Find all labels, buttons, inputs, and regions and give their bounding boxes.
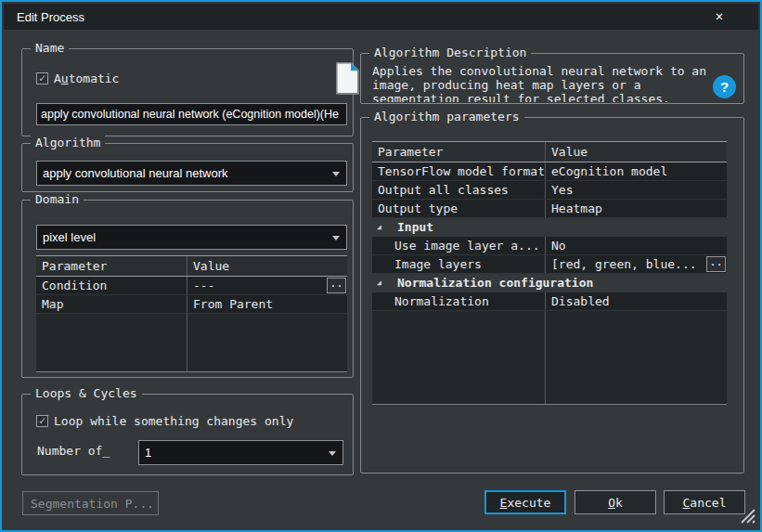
parameter-value-text: eCognition model: [551, 164, 667, 178]
edit-process-dialog: Edit Process ✕ Name ✓ Automatic Algorith…: [0, 0, 762, 532]
chevron-down-icon[interactable]: [332, 172, 340, 176]
algorithm-group-label: Algorithm: [31, 136, 105, 149]
domain-selected-value: pixel level: [43, 230, 96, 244]
loops-cycles-group: Loops & Cycles ✓ Loop while something ch…: [21, 394, 354, 475]
number-of-label: Number of_: [37, 444, 110, 458]
checkbox-check-icon[interactable]: ✓: [36, 72, 48, 84]
number-of-select[interactable]: 1: [138, 440, 343, 465]
table-empty-area: [372, 311, 727, 404]
description-group-label: Algorithm Description: [369, 45, 531, 59]
table-header-row: ParameterValue: [36, 255, 347, 277]
ellipsis-button[interactable]: ..: [327, 278, 346, 293]
algorithm-description-group: Algorithm Description Applies the convol…: [360, 53, 744, 104]
table-row[interactable]: Use image layer a...No: [372, 237, 727, 255]
parameter-name-cell[interactable]: Condition: [36, 277, 187, 294]
column-header[interactable]: Value: [546, 142, 727, 162]
domain-group: Domain pixel level ParameterValueConditi…: [21, 200, 354, 378]
chevron-down-icon[interactable]: [332, 236, 340, 240]
parameter-name-cell[interactable]: Map: [36, 295, 187, 313]
parameter-value-text: From Parent: [193, 297, 273, 311]
number-of-value: 1: [145, 446, 151, 460]
new-document-icon[interactable]: [334, 61, 361, 99]
empty-cell: [546, 311, 727, 404]
table-row[interactable]: MapFrom Parent: [36, 295, 347, 314]
loops-group-label: Loops & Cycles: [31, 386, 142, 400]
help-button[interactable]: ?: [713, 75, 736, 98]
loop-while-label: Loop while something changes only: [54, 414, 293, 428]
cancel-label: Cancel: [683, 496, 727, 510]
name-group: Name ✓ Automatic: [21, 48, 354, 136]
column-header[interactable]: Parameter: [372, 142, 546, 162]
parameter-value-cell[interactable]: Yes: [546, 181, 727, 199]
domain-parameters-table: ParameterValueCondition---..MapFrom Pare…: [36, 255, 347, 372]
segmentation-process-button[interactable]: Segmentation P...: [22, 491, 159, 515]
parameter-value-text: ---: [193, 279, 214, 292]
parameter-name-cell[interactable]: Output type: [372, 200, 546, 217]
close-button[interactable]: ✕: [704, 5, 734, 26]
parameter-name-cell[interactable]: TensorFlow model format: [372, 162, 546, 180]
domain-group-label: Domain: [31, 192, 84, 206]
algorithm-description-text: Applies the convolutional neural network…: [372, 64, 717, 102]
table-row[interactable]: Condition---..: [36, 277, 347, 295]
parameter-value-text: Disabled: [551, 294, 610, 308]
table-header-row: ParameterValue: [372, 141, 727, 162]
help-icon: ?: [720, 79, 729, 95]
table-row[interactable]: ◢Input: [372, 218, 727, 237]
table-row[interactable]: NormalizationDisabled: [372, 292, 727, 311]
algorithm-select[interactable]: apply convolutional neural network: [36, 161, 347, 186]
loop-while-checkbox[interactable]: ✓ Loop while something changes only: [36, 414, 293, 428]
table-empty-area: [36, 314, 347, 371]
algorithm-group: Algorithm apply convolutional neural net…: [21, 143, 354, 192]
automatic-label: Automatic: [54, 71, 119, 85]
domain-select[interactable]: pixel level: [36, 225, 347, 250]
process-name-input[interactable]: [36, 103, 347, 125]
chevron-down-icon[interactable]: [329, 451, 336, 456]
parameter-value-cell[interactable]: Disabled: [546, 292, 727, 310]
parameter-name-cell[interactable]: Normalization: [372, 292, 546, 310]
column-header[interactable]: Parameter: [36, 256, 187, 276]
parameter-name-cell[interactable]: Image layers: [372, 255, 546, 273]
parameter-value-cell[interactable]: ---..: [187, 277, 347, 294]
parameter-value-text: Heatmap: [551, 201, 602, 215]
parameter-value-cell[interactable]: No: [546, 237, 727, 254]
segmentation-process-label: Segmentation P...: [31, 497, 154, 511]
titlebar[interactable]: Edit Process: [4, 4, 758, 30]
algorithm-selected-value: apply convolutional neural network: [43, 166, 227, 180]
close-icon: ✕: [716, 8, 723, 23]
ok-label: Ok: [608, 496, 623, 510]
parameter-value-cell[interactable]: eCognition model: [546, 162, 727, 180]
automatic-checkbox[interactable]: ✓ Automatic: [36, 71, 119, 85]
parameter-value-cell[interactable]: From Parent: [187, 295, 347, 313]
table-row[interactable]: Output all classesYes: [372, 181, 727, 200]
parameter-value-cell[interactable]: Heatmap: [546, 200, 727, 217]
parameter-value-text: No: [551, 239, 566, 253]
column-header[interactable]: Value: [187, 256, 347, 276]
ok-button[interactable]: Ok: [575, 490, 656, 514]
parameter-name-cell[interactable]: Output all classes: [372, 181, 546, 199]
empty-cell: [36, 314, 187, 371]
table-row[interactable]: TensorFlow model formateCognition model: [372, 162, 727, 181]
execute-button[interactable]: Execute: [484, 490, 566, 514]
ellipsis-button[interactable]: ..: [706, 256, 726, 272]
algorithm-parameters-table: ParameterValueTensorFlow model formateCo…: [372, 141, 727, 405]
empty-cell: [372, 311, 546, 404]
tree-expanded-icon[interactable]: ◢: [377, 218, 389, 237]
table-row[interactable]: Output typeHeatmap: [372, 200, 727, 218]
algorithm-parameters-group: Algorithm parameters ParameterValueTenso…: [360, 117, 744, 474]
cancel-button[interactable]: Cancel: [664, 490, 745, 514]
parameter-value-text: Yes: [551, 183, 573, 197]
name-group-label: Name: [31, 41, 69, 55]
parameter-name-cell[interactable]: Use image layer a...: [372, 237, 546, 254]
table-row[interactable]: ◢Normalization configuration: [372, 274, 727, 292]
checkbox-check-icon[interactable]: ✓: [36, 415, 48, 427]
tree-expanded-icon[interactable]: ◢: [377, 274, 389, 292]
parameter-group-label: Normalization configuration: [397, 276, 593, 290]
resize-grip[interactable]: [737, 505, 756, 526]
empty-cell: [187, 314, 347, 371]
parameter-value-text: [red, green, blue...: [551, 257, 697, 271]
table-row[interactable]: Image layers[red, green, blue.....: [372, 255, 727, 274]
execute-label: Execute: [500, 496, 551, 510]
parameter-value-cell[interactable]: [red, green, blue.....: [546, 255, 727, 273]
parameter-group-label: Input: [397, 220, 433, 234]
parameters-group-label: Algorithm parameters: [369, 110, 524, 123]
